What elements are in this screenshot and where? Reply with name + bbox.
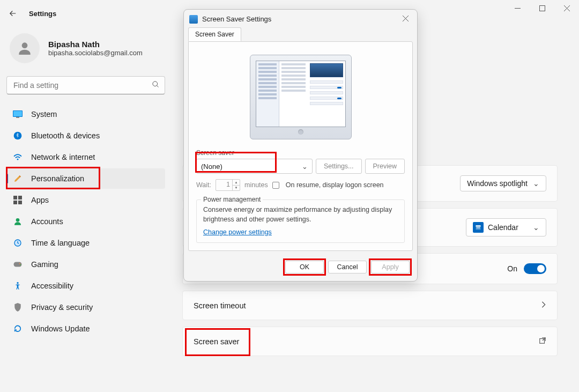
power-management-group: Power management Conserve energy or maxi…: [196, 199, 405, 243]
setting-timeout-row[interactable]: Screen timeout: [182, 291, 558, 320]
svg-point-10: [14, 132, 22, 140]
nav-label: Gaming: [31, 260, 58, 269]
close-icon: [564, 5, 570, 11]
search-wrap: [6, 76, 165, 94]
maximize-button[interactable]: [530, 0, 554, 16]
minimize-button[interactable]: [505, 0, 530, 16]
spotlight-dropdown[interactable]: Windows spotlight ⌄: [460, 175, 546, 191]
svg-rect-13: [18, 196, 22, 199]
setting-label: Screen timeout: [194, 301, 246, 310]
person-icon: [16, 40, 33, 57]
dialog-title: Screen Saver Settings: [202, 15, 271, 23]
svg-rect-15: [18, 201, 22, 204]
svg-point-5: [153, 82, 158, 86]
nav-label: Privacy & security: [31, 303, 93, 312]
nav-system[interactable]: System: [6, 104, 165, 124]
accessibility-icon: [13, 281, 23, 291]
dialog-tabs: Screen Saver: [184, 27, 417, 42]
nav-accessibility[interactable]: Accessibility: [6, 276, 165, 296]
chevron-down-icon: ⌄: [533, 223, 539, 232]
update-icon: [13, 324, 23, 334]
monitor-preview: [250, 55, 352, 139]
spinner-down-icon[interactable]: ▼: [233, 186, 240, 191]
screensaver-dialog: Screen Saver Settings Screen Saver S: [183, 9, 418, 282]
person-icon: [13, 217, 23, 226]
screensaver-section-label: Screen saver: [196, 149, 405, 157]
nav-gaming[interactable]: Gaming: [6, 254, 165, 275]
svg-rect-9: [16, 117, 19, 118]
nav-personalization[interactable]: Personalization: [6, 168, 165, 189]
dialog-titlebar: Screen Saver Settings: [184, 10, 417, 27]
svg-rect-14: [13, 201, 17, 204]
wait-unit: minutes: [244, 181, 268, 189]
svg-rect-1: [539, 5, 545, 11]
nav-accounts[interactable]: Accounts: [6, 211, 165, 232]
svg-point-4: [22, 42, 28, 48]
dialog-close-button[interactable]: [399, 14, 412, 24]
wifi-icon: [13, 152, 23, 162]
search-input[interactable]: [6, 76, 165, 94]
svg-rect-24: [477, 227, 478, 228]
svg-point-16: [16, 218, 20, 222]
dropdown-value: Calendar: [488, 223, 518, 232]
gamepad-icon: [13, 260, 23, 269]
shield-icon: [13, 302, 23, 312]
svg-rect-8: [13, 111, 22, 116]
toggle-switch[interactable]: [524, 263, 546, 274]
setting-saver-row[interactable]: Screen saver: [182, 327, 558, 356]
pm-text: Conserve energy or maximize performance …: [203, 205, 398, 224]
open-external-icon: [539, 337, 546, 346]
combo-value: (None): [201, 162, 222, 171]
spinner-up-icon[interactable]: ▲: [233, 180, 240, 186]
clock-icon: [13, 238, 23, 248]
svg-point-19: [19, 263, 20, 264]
search-icon: [152, 80, 160, 90]
apply-button[interactable]: Apply: [371, 261, 410, 273]
ok-button[interactable]: OK: [285, 261, 324, 273]
settings-button[interactable]: Settings...: [316, 159, 362, 174]
nav-apps[interactable]: Apps: [6, 190, 165, 210]
avatar: [10, 33, 40, 63]
monitor-icon: [13, 109, 23, 119]
tab-screensaver[interactable]: Screen Saver: [188, 27, 241, 41]
wait-spinner[interactable]: 1 ▲▼: [216, 179, 240, 191]
nav: System Bluetooth & devices Network & int…: [6, 104, 165, 339]
wait-label: Wait:: [196, 181, 211, 189]
nav-label: Accounts: [31, 217, 63, 226]
profile-block[interactable]: Bipasha Nath bipasha.sociolabs@gmail.com: [6, 31, 165, 74]
pm-group-title: Power management: [201, 196, 263, 203]
nav-label: Bluetooth & devices: [31, 131, 100, 140]
window-title: Settings: [29, 10, 56, 18]
cancel-button[interactable]: Cancel: [328, 261, 367, 273]
svg-point-20: [20, 264, 21, 265]
calendar-dropdown[interactable]: Calendar ⌄: [466, 218, 546, 236]
svg-point-11: [17, 159, 19, 160]
nav-label: Accessibility: [31, 282, 73, 290]
svg-rect-25: [478, 227, 479, 228]
profile-name: Bipasha Nath: [48, 40, 143, 49]
nav-label: Windows Update: [31, 324, 90, 333]
minimize-icon: [515, 5, 521, 11]
toggle-label: On: [507, 264, 517, 273]
back-button[interactable]: [2, 3, 24, 24]
svg-line-6: [157, 85, 158, 87]
nav-privacy[interactable]: Privacy & security: [6, 297, 165, 317]
resume-checkbox[interactable]: [272, 182, 279, 189]
spinner-buttons[interactable]: ▲▼: [232, 180, 240, 190]
nav-label: Network & internet: [31, 153, 95, 161]
nav-network[interactable]: Network & internet: [6, 147, 165, 167]
nav-time[interactable]: Time & language: [6, 233, 165, 253]
nav-label: System: [31, 110, 57, 119]
nav-bluetooth[interactable]: Bluetooth & devices: [6, 125, 165, 146]
change-power-link[interactable]: Change power settings: [203, 228, 272, 236]
dropdown-value: Windows spotlight: [467, 179, 528, 188]
screensaver-combo[interactable]: (None) ⌄: [196, 159, 313, 174]
close-icon: [403, 16, 409, 21]
wait-row: Wait: 1 ▲▼ minutes On resume, display lo…: [196, 179, 405, 191]
close-button[interactable]: [554, 0, 579, 16]
preview-button[interactable]: Preview: [365, 159, 405, 174]
wait-value: 1: [216, 180, 232, 190]
chevron-down-icon: ⌄: [302, 162, 308, 171]
nav-update[interactable]: Windows Update: [6, 319, 165, 339]
svg-rect-23: [476, 225, 481, 226]
